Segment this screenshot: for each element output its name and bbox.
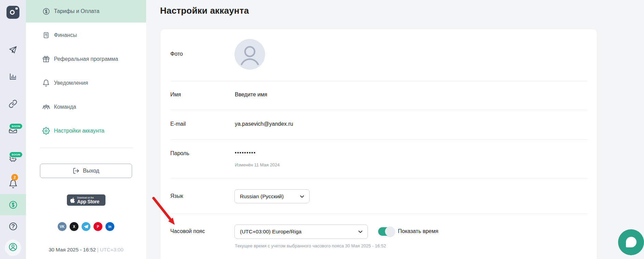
timezone-label: Часовой пояс (170, 228, 205, 234)
sidebar-item-tariffs[interactable]: Тарифы и Оплата (26, 0, 146, 23)
page-title: Настройки аккаунта (160, 5, 249, 16)
photo-label: Фото (170, 51, 183, 57)
sidebar-item-label: Тарифы и Оплата (54, 8, 99, 14)
x-icon[interactable]: X (70, 222, 78, 231)
row-divider (170, 110, 588, 110)
linkedin-glyph: in (109, 225, 112, 229)
apple-icon (70, 197, 75, 203)
appstore-line2: App Store (77, 199, 99, 204)
language-label: Язык (170, 193, 183, 199)
dollar-circle-icon (42, 7, 50, 15)
sidebar: Тарифы и Оплата Финансы Р (26, 0, 146, 259)
billing-dollar-icon[interactable] (6, 198, 20, 212)
pinterest-glyph: P (97, 225, 99, 229)
chat-bubble-icon (626, 237, 636, 247)
avatar[interactable] (234, 39, 265, 70)
account-settings-card: Фото Имя Введите имя E-mail ya.pasevich@… (160, 29, 597, 259)
telegram-icon[interactable] (82, 222, 90, 231)
sidebar-item-referral[interactable]: Реферальная программа (26, 48, 146, 70)
utc-offset: UTC+3:00 (100, 247, 124, 253)
password-changed-note: Изменён 11 Мая 2024 (235, 162, 280, 167)
social-links: VK X P in (26, 222, 146, 231)
gift-icon (42, 55, 50, 63)
datetime-separator: | (96, 247, 100, 253)
row-divider (170, 139, 588, 140)
profile-icon[interactable] (6, 240, 20, 254)
row-divider (170, 214, 588, 214)
gear-icon (42, 127, 50, 135)
icon-rail: SOON SOON AI 2 (0, 0, 26, 259)
notification-count-badge: 2 (11, 174, 18, 181)
app-root: SOON SOON AI 2 (0, 0, 644, 259)
password-label: Пароль (170, 150, 189, 156)
timezone-select[interactable]: (UTC+03:00) Europe/Riga (234, 224, 368, 239)
chevron-down-icon (358, 229, 363, 234)
chat-widget-button[interactable] (618, 229, 644, 255)
sidebar-item-finance[interactable]: Финансы (26, 24, 146, 46)
svg-text:?: ? (11, 223, 15, 230)
instagram-icon[interactable] (6, 5, 20, 19)
instagram-logo (6, 6, 19, 19)
language-select[interactable]: Russian (Русский) (234, 189, 310, 203)
links-icon[interactable] (6, 97, 20, 111)
sidebar-item-team[interactable]: Команда (26, 96, 146, 118)
name-field[interactable]: Введите имя (235, 92, 267, 98)
sidebar-item-label: Реферальная программа (54, 56, 118, 62)
help-icon[interactable]: ? (6, 219, 20, 233)
vk-icon[interactable]: VK (58, 222, 67, 231)
show-time-toggle[interactable] (378, 227, 394, 236)
chevron-down-icon (299, 194, 305, 199)
sidebar-datetime: 30 Мая 2025 - 16:52|UTC+3:00 (26, 247, 146, 253)
broadcast-icon[interactable] (6, 43, 20, 57)
vk-glyph: VK (60, 225, 65, 229)
bell-icon (42, 79, 50, 87)
name-label: Имя (170, 92, 181, 98)
toggle-knob (385, 227, 395, 236)
sidebar-item-notifications[interactable]: Уведомления (26, 72, 146, 94)
x-glyph: X (73, 225, 75, 229)
logout-icon (73, 167, 80, 174)
invoice-icon (42, 31, 50, 39)
logout-button[interactable]: Выход (40, 164, 132, 178)
row-divider (170, 178, 588, 178)
logout-label: Выход (83, 168, 99, 174)
email-field[interactable]: ya.pasevich@yandex.ru (235, 121, 293, 127)
sidebar-item-label: Команда (54, 104, 76, 110)
team-icon (42, 103, 50, 111)
password-field[interactable]: ••••••••• (235, 150, 256, 155)
timezone-select-value: (UTC+03:00) Europe/Riga (240, 229, 302, 235)
appstore-badge[interactable]: Download on the App Store (67, 194, 105, 206)
row-divider (170, 81, 588, 81)
sidebar-item-label: Настройки аккаунта (54, 128, 104, 134)
statistics-icon[interactable] (6, 70, 20, 83)
avatar-placeholder-icon (234, 39, 265, 70)
show-time-label: Показать время (398, 228, 438, 234)
timezone-helper-text: Текущее время с учетом выбранного часово… (235, 243, 386, 248)
language-select-value: Russian (Русский) (240, 193, 284, 200)
current-datetime: 30 Мая 2025 - 16:52 (48, 247, 96, 253)
soon-badge: SOON (10, 152, 22, 157)
sidebar-item-label: Уведомления (54, 80, 88, 86)
sidebar-divider (40, 148, 133, 148)
sidebar-item-account-settings[interactable]: Настройки аккаунта (26, 120, 146, 142)
pinterest-icon[interactable]: P (94, 222, 102, 231)
linkedin-icon[interactable]: in (105, 222, 114, 231)
soon-badge: SOON (10, 124, 22, 129)
email-label: E-mail (170, 121, 186, 127)
sidebar-item-label: Финансы (54, 32, 77, 38)
